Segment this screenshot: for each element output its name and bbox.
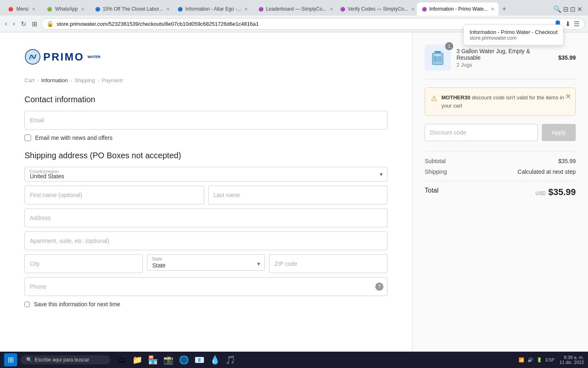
- address-row: [24, 209, 388, 227]
- product-badge: 1: [445, 42, 453, 50]
- home-button[interactable]: ⊞: [30, 18, 39, 29]
- tab-primo[interactable]: 🟣 Information - Primo Wate... ✕: [417, 2, 499, 16]
- city-field[interactable]: [24, 254, 143, 273]
- last-name-field[interactable]: [208, 186, 388, 204]
- shipping-value: Calculated at next step: [518, 168, 576, 175]
- product-row: 1 3 Gallon Water Jug, Empty & Reusable 2…: [425, 45, 576, 79]
- svg-point-1: [29, 56, 32, 59]
- state-select[interactable]: State: [147, 254, 265, 271]
- warning-icon: ⚠: [431, 94, 437, 103]
- alert-close-button[interactable]: ✕: [565, 92, 571, 101]
- product-jug-svg: [428, 48, 448, 67]
- taskbar-icon-task[interactable]: 🗂: [115, 353, 128, 366]
- email-field[interactable]: [24, 111, 388, 130]
- tab-menu[interactable]: 🔴 Menú ✕: [2, 2, 41, 16]
- alert-code: MOTHER30: [441, 94, 470, 101]
- close-icon[interactable]: ✕: [329, 6, 334, 13]
- lang-label: ESP: [546, 357, 555, 362]
- taskbar-icons: 🗂 📁 🏪 📸 🌐 📧 💧 🎵: [115, 353, 237, 366]
- newsletter-checkbox[interactable]: [24, 135, 31, 141]
- phone-help-icon[interactable]: ?: [375, 283, 383, 291]
- download-icon[interactable]: ⬇: [565, 20, 570, 28]
- tab-verifycodes[interactable]: 🟣 Verify Codes — SimplyCo... ✕: [335, 2, 417, 16]
- new-tab-button[interactable]: +: [499, 5, 510, 13]
- save-info-checkbox[interactable]: [24, 302, 30, 307]
- sep-2: ›: [70, 77, 72, 83]
- close-icon[interactable]: ✕: [165, 6, 171, 13]
- close-icon[interactable]: ✕: [80, 6, 85, 13]
- product-price: $35.99: [558, 54, 576, 61]
- discount-row: Apply: [425, 124, 576, 141]
- reload-button[interactable]: ↻: [19, 18, 28, 29]
- apply-button[interactable]: Apply: [542, 124, 576, 141]
- tab-altar[interactable]: 🔵 Information - Altar Ego -... ✕: [172, 2, 254, 16]
- restore-button[interactable]: ⊟: [563, 5, 568, 13]
- breadcrumb-cart[interactable]: Cart: [24, 77, 35, 83]
- tab-icon-closet: 🔵: [95, 6, 100, 12]
- newsletter-row: Email me with news and offers: [24, 135, 388, 141]
- subtotal-value: $35.99: [558, 158, 576, 164]
- total-amount: $35.99: [548, 187, 576, 197]
- left-panel: PRIMO WATER Cart › Information › Shippin…: [0, 32, 412, 368]
- tab-label-leaderboard: Leaderboard — SimplyCo...: [266, 6, 326, 12]
- first-name-field[interactable]: [24, 186, 204, 204]
- tab-closet[interactable]: 🔵 15% Off The Closet Labor... ✕: [90, 2, 172, 16]
- taskbar-icon-lightshot[interactable]: 📸: [162, 353, 175, 366]
- page-layout: PRIMO WATER Cart › Information › Shippin…: [0, 32, 588, 368]
- discount-code-input[interactable]: [425, 124, 538, 141]
- tab-label-closet: 15% Off The Closet Labor...: [102, 6, 163, 12]
- product-sub: 2 Jugs: [457, 62, 552, 68]
- clock-time: 8:39 a. m.: [559, 355, 584, 360]
- close-icon[interactable]: ✕: [410, 6, 416, 13]
- battery-icon: 🔋: [537, 357, 542, 363]
- tab-label-menu: Menú: [16, 6, 29, 12]
- window-controls: 🔍 ⊟ ⊡ ✕: [553, 5, 586, 13]
- zip-field[interactable]: [269, 254, 388, 273]
- svg-rect-8: [438, 56, 442, 62]
- breadcrumb-shipping[interactable]: Shipping: [74, 77, 95, 83]
- close-window-button[interactable]: ✕: [577, 5, 582, 13]
- tab-whatsapp[interactable]: 🟢 WhatsApp ✕: [41, 2, 90, 16]
- taskbar-icon-chrome[interactable]: 🌐: [177, 353, 190, 366]
- forward-button[interactable]: ›: [11, 18, 16, 29]
- contact-title: Contact information: [24, 95, 388, 104]
- close-icon[interactable]: ✕: [243, 6, 249, 13]
- maximize-button[interactable]: ⊡: [570, 5, 575, 13]
- taskbar-search[interactable]: 🔍 Escribe aquí para buscar: [20, 355, 110, 364]
- svg-rect-3: [434, 51, 441, 53]
- product-name: 3 Gallon Water Jug, Empty & Reusable: [457, 48, 552, 61]
- taskbar-icon-primowater[interactable]: 💧: [208, 353, 221, 366]
- shipping-title: Shipping address (PO Boxes not accepted): [24, 151, 388, 160]
- logo-water-text: WATER: [87, 55, 100, 59]
- taskbar-icon-store[interactable]: 🏪: [146, 353, 159, 366]
- start-button[interactable]: ⊞: [4, 353, 17, 366]
- menu-icon[interactable]: ☰: [574, 20, 579, 28]
- close-icon[interactable]: ✕: [490, 6, 495, 13]
- tab-leaderboard[interactable]: 🟣 Leaderboard — SimplyCo... ✕: [254, 2, 335, 16]
- tooltip-popup: Information - Primo Water - Checkout sto…: [463, 25, 564, 45]
- apartment-field[interactable]: [24, 231, 388, 250]
- right-panel: 1 3 Gallon Water Jug, Empty & Reusable 2…: [412, 32, 588, 368]
- breadcrumb-payment[interactable]: Payment: [102, 77, 122, 83]
- taskbar-icon-mail[interactable]: 📧: [193, 353, 206, 366]
- country-select[interactable]: United States: [24, 167, 388, 182]
- taskbar-right: 📶 🔊 🔋 ESP 8:39 a. m. 11 dic. 2022: [519, 355, 584, 365]
- lock-icon: 🔒: [47, 20, 53, 27]
- back-button[interactable]: ‹: [3, 18, 9, 29]
- country-row: Country/region United States ▾: [24, 167, 388, 182]
- apartment-row: [24, 231, 388, 250]
- minimize-button[interactable]: 🔍: [553, 5, 561, 13]
- taskbar-icon-spotify[interactable]: 🎵: [224, 353, 237, 366]
- tray-icons: 📶 🔊 🔋 ESP: [519, 357, 555, 363]
- shipping-section: Shipping address (PO Boxes not accepted)…: [24, 151, 388, 307]
- phone-field[interactable]: [24, 277, 388, 296]
- close-icon[interactable]: ✕: [31, 6, 36, 13]
- email-row: [24, 111, 388, 130]
- taskbar-icon-explorer[interactable]: 📁: [131, 353, 144, 366]
- alert-box: ⚠ MOTHER30 discount code isn't valid for…: [425, 88, 576, 116]
- logo-container: PRIMO WATER: [24, 49, 388, 65]
- tooltip-url: store.primowater.com: [470, 35, 557, 41]
- tab-icon-verifycodes: 🟣: [340, 6, 345, 12]
- grand-total-row: Total USD $35.99: [425, 181, 576, 197]
- address-field[interactable]: [24, 209, 388, 227]
